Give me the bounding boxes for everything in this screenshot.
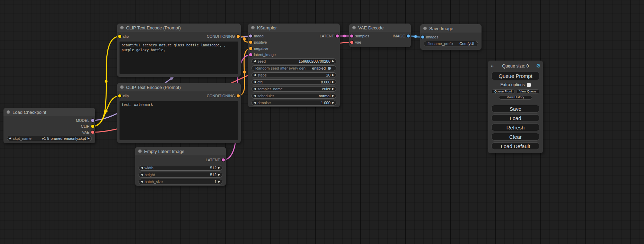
save-button[interactable]: Save — [492, 105, 539, 112]
widget-ckpt-name[interactable]: ◀ ckpt_name v1-5-pruned-emaonly.ckpt ▶ — [7, 136, 92, 141]
drag-handle-icon[interactable]: ⠿ — [491, 63, 494, 68]
node-title: Save Image — [429, 26, 453, 31]
node-load-checkpoint[interactable]: Load Checkpoint MODEL CLIP VAE ◀ ckpt_na… — [3, 108, 95, 143]
queue-front-button[interactable]: Queue Front — [492, 89, 515, 94]
output-dot-model[interactable] — [91, 119, 94, 122]
input-dot-images[interactable] — [421, 36, 424, 39]
widget-denoise[interactable]: ◀ denoise 1.000 ▶ — [252, 100, 336, 106]
increment-arrow-icon[interactable]: ▶ — [330, 73, 336, 78]
node-title-bar[interactable]: CLIP Text Encode (Prompt) — [117, 83, 241, 91]
extra-options-label: Extra options — [500, 82, 524, 87]
input-dot-vae[interactable] — [350, 41, 353, 44]
node-title-bar[interactable]: Empty Latent Image — [135, 147, 226, 155]
node-clip-text-encode-positive[interactable]: CLIP Text Encode (Prompt) clip CONDITION… — [117, 24, 241, 77]
decrement-arrow-icon[interactable]: ◀ — [7, 136, 13, 141]
prompt-textarea[interactable]: text, watermark — [120, 101, 238, 140]
output-slot-clip: CLIP — [3, 123, 95, 129]
widget-filename-prefix[interactable]: filename_prefix ComfyUI — [424, 41, 478, 46]
increment-arrow-icon[interactable]: ▶ — [330, 80, 336, 84]
widget-sampler-name[interactable]: ◀ sampler_name euler ▶ — [252, 86, 336, 92]
node-save-image[interactable]: Save Image images filename_prefix ComfyU… — [420, 24, 482, 50]
slot-row-clip-conditioning: clip CONDITIONING — [117, 91, 241, 100]
queue-panel: ⠿ Queue size: 0 ⚙ Queue Prompt Extra opt… — [488, 61, 543, 153]
input-slot-negative: negative — [248, 45, 340, 52]
collapse-dot-icon[interactable] — [138, 150, 142, 153]
slot-row-samples-image: samples IMAGE — [349, 33, 411, 39]
view-history-button[interactable]: View History — [499, 95, 532, 100]
widget-batch-size[interactable]: ◀ batch_size 1 ▶ — [139, 179, 222, 184]
input-dot-clip[interactable] — [118, 35, 121, 38]
node-title-bar[interactable]: Save Image — [420, 24, 482, 33]
increment-arrow-icon[interactable]: ▶ — [330, 59, 336, 64]
widget-steps[interactable]: ◀ steps 20 ▶ — [252, 72, 336, 78]
slot-row-model-latent: model LATENT — [248, 33, 340, 39]
toggle-knob-icon[interactable] — [328, 67, 331, 70]
node-ksampler[interactable]: KSampler model LATENT positive negative … — [248, 24, 340, 107]
collapse-dot-icon[interactable] — [120, 26, 124, 29]
settings-gear-icon[interactable]: ⚙ — [536, 63, 541, 69]
output-dot-clip[interactable] — [91, 125, 94, 128]
extra-options-checkbox[interactable] — [527, 83, 531, 87]
increment-arrow-icon[interactable]: ▶ — [217, 172, 222, 177]
decrement-arrow-icon[interactable]: ◀ — [252, 73, 257, 78]
collapse-dot-icon[interactable] — [7, 110, 10, 114]
node-title: CLIP Text Encode (Prompt) — [126, 25, 181, 30]
refresh-button[interactable]: Refresh — [492, 124, 539, 131]
output-dot-latent[interactable] — [336, 35, 339, 38]
input-dot-clip[interactable] — [118, 94, 121, 98]
input-dot-samples[interactable] — [350, 35, 353, 38]
widget-random-seed-toggle[interactable]: Random seed after every gen enabled — [252, 65, 336, 71]
input-dot-latent-image[interactable] — [249, 53, 252, 56]
collapse-dot-icon[interactable] — [352, 26, 356, 29]
graph-canvas[interactable]: Load Checkpoint MODEL CLIP VAE ◀ ckpt_na… — [0, 0, 644, 244]
increment-arrow-icon[interactable]: ▶ — [217, 165, 222, 170]
increment-arrow-icon[interactable]: ▶ — [330, 87, 336, 91]
input-dot-positive[interactable] — [249, 41, 252, 44]
widget-height[interactable]: ◀ height 512 ▶ — [139, 172, 222, 178]
slot-row-clip-conditioning: clip CONDITIONING — [117, 32, 241, 41]
decrement-arrow-icon[interactable]: ◀ — [252, 59, 257, 64]
collapse-dot-icon[interactable] — [423, 27, 427, 30]
view-queue-button[interactable]: View Queue — [517, 89, 540, 94]
input-slot-latent-image: latent_image — [248, 52, 340, 58]
output-dot-conditioning[interactable] — [237, 94, 240, 98]
increment-arrow-icon[interactable]: ▶ — [86, 136, 91, 141]
decrement-arrow-icon[interactable]: ◀ — [252, 80, 257, 84]
node-title: Empty Latent Image — [144, 149, 184, 154]
output-dot-conditioning[interactable] — [237, 35, 240, 38]
node-title-bar[interactable]: Load Checkpoint — [3, 108, 95, 116]
node-title-bar[interactable]: VAE Decode — [349, 24, 411, 32]
queue-prompt-button[interactable]: Queue Prompt — [492, 72, 539, 80]
decrement-arrow-icon[interactable]: ◀ — [139, 165, 144, 170]
decrement-arrow-icon[interactable]: ◀ — [252, 87, 257, 91]
widget-width[interactable]: ◀ width 512 ▶ — [139, 165, 222, 171]
node-title-bar[interactable]: KSampler — [248, 24, 340, 32]
input-dot-negative[interactable] — [249, 47, 252, 50]
node-vae-decode[interactable]: VAE Decode samples IMAGE vae — [349, 24, 411, 47]
increment-arrow-icon[interactable]: ▶ — [330, 100, 336, 105]
output-dot-vae[interactable] — [91, 130, 94, 134]
clear-button[interactable]: Clear — [492, 133, 539, 141]
load-default-button[interactable]: Load Default — [492, 142, 539, 150]
output-dot-latent[interactable] — [222, 159, 225, 162]
input-dot-model[interactable] — [249, 35, 252, 38]
widget-cfg[interactable]: ◀ cfg 8.000 ▶ — [252, 79, 336, 85]
node-clip-text-encode-negative[interactable]: CLIP Text Encode (Prompt) clip CONDITION… — [117, 83, 241, 143]
node-title-bar[interactable]: CLIP Text Encode (Prompt) — [117, 24, 241, 32]
input-slot-positive: positive — [248, 39, 340, 45]
decrement-arrow-icon[interactable]: ◀ — [139, 172, 144, 177]
load-button[interactable]: Load — [492, 114, 539, 122]
increment-arrow-icon[interactable]: ▶ — [330, 93, 336, 98]
collapse-dot-icon[interactable] — [251, 26, 255, 29]
collapse-dot-icon[interactable] — [120, 85, 124, 89]
prompt-textarea[interactable]: beautiful scenery nature glass bottle la… — [120, 42, 238, 74]
node-empty-latent-image[interactable]: Empty Latent Image LATENT ◀ width 512 ▶ … — [135, 147, 226, 186]
decrement-arrow-icon[interactable]: ◀ — [139, 179, 144, 184]
output-dot-image[interactable] — [407, 35, 410, 38]
decrement-arrow-icon[interactable]: ◀ — [252, 100, 257, 105]
widget-scheduler[interactable]: ◀ scheduler normal ▶ — [252, 93, 336, 99]
increment-arrow-icon[interactable]: ▶ — [217, 179, 222, 184]
widget-seed[interactable]: ◀ seed 156680208700286 ▶ — [252, 58, 336, 64]
decrement-arrow-icon[interactable]: ◀ — [252, 93, 257, 98]
node-title: Load Checkpoint — [12, 110, 46, 115]
